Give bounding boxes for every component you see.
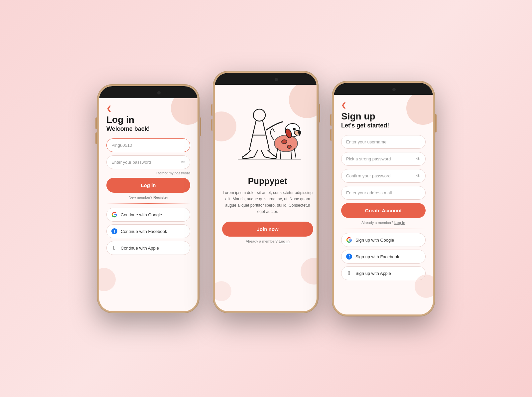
apple-login-button[interactable]:  Continue with Apple — [106, 241, 190, 255]
signup-subtitle: Let's get started! — [341, 122, 426, 129]
create-account-button[interactable]: Create Account — [341, 203, 426, 218]
apple-icon-signup:  — [346, 270, 352, 276]
svg-point-7 — [298, 131, 301, 133]
forgot-password-link[interactable]: I forgot my password — [106, 171, 190, 175]
google-login-label: Continue with Google — [121, 212, 162, 217]
phone-login: ❮ Log in Welcome back! Pingu0510 Enter y… — [97, 84, 200, 313]
already-member-signup: Already a member? Log in — [341, 221, 426, 225]
google-icon-signup — [346, 237, 352, 243]
back-arrow-icon[interactable]: ❮ — [106, 105, 111, 112]
apple-login-label: Continue with Apple — [121, 246, 159, 251]
eye-icon-2[interactable]: 👁︎ — [416, 173, 421, 178]
volume-down-button — [95, 132, 97, 144]
notch-bar-mid — [215, 73, 317, 85]
app-title: Puppypet — [222, 176, 313, 186]
apple-icon:  — [111, 245, 117, 251]
svg-point-6 — [294, 128, 295, 129]
notch-right — [365, 86, 402, 94]
username-signup-placeholder: Enter your username — [346, 139, 386, 144]
camera-icon — [157, 91, 161, 95]
app-description: Lorem ipsum dolor sit amet, consectetur … — [222, 190, 313, 215]
facebook-signup-button[interactable]: f Sign up with Facebook — [341, 250, 426, 264]
login-link-mid[interactable]: Log in — [279, 239, 290, 243]
notch-bar — [99, 86, 198, 98]
login-link-right[interactable]: Log in — [394, 221, 405, 225]
facebook-signup-label: Sign up with Facebook — [355, 254, 399, 259]
svg-point-8 — [282, 140, 287, 144]
username-value: Pingu0510 — [111, 143, 132, 148]
login-subtitle: Welcome back! — [106, 125, 190, 132]
phone-signup: ❮ Sign up Let's get started! Enter your … — [332, 81, 435, 316]
welcome-screen: Puppypet Lorem ipsum dolor sit amet, con… — [215, 85, 317, 311]
volume-up-button — [95, 117, 97, 129]
divider — [106, 203, 190, 204]
facebook-icon: f — [111, 228, 117, 234]
register-prompt: New member? Register — [106, 195, 190, 199]
apple-signup-button[interactable]:  Sign up with Apple — [341, 266, 426, 280]
notch-mid — [247, 76, 284, 84]
already-member-prompt: Already a member? Log in — [222, 239, 313, 243]
volume-up-button-mid — [211, 104, 212, 116]
username-input[interactable]: Pingu0510 — [106, 138, 190, 152]
camera-icon-right — [392, 88, 396, 91]
google-signup-label: Sign up with Google — [355, 238, 394, 243]
volume-down-button-right — [330, 129, 332, 141]
eye-icon[interactable]: 👁︎ — [181, 160, 185, 165]
blob-decoration-2 — [99, 268, 116, 291]
username-signup-input[interactable]: Enter your username — [341, 135, 426, 149]
signup-divider — [341, 229, 426, 229]
blob-mid-4 — [215, 281, 231, 301]
google-icon — [111, 212, 117, 218]
blob-mid-3 — [301, 258, 317, 285]
svg-point-9 — [287, 145, 291, 148]
apple-signup-label: Sign up with Apple — [355, 271, 391, 276]
facebook-login-button[interactable]: f Continue with Facebook — [106, 224, 190, 238]
confirm-password-placeholder: Confirm your password — [346, 173, 391, 178]
notch — [130, 89, 167, 97]
login-screen: ❮ Log in Welcome back! Pingu0510 Enter y… — [99, 98, 198, 311]
phone-welcome: Puppypet Lorem ipsum dolor sit amet, con… — [213, 71, 319, 313]
join-button[interactable]: Join now — [222, 222, 313, 237]
password-signup-placeholder: Pick a strong password — [346, 156, 391, 161]
facebook-login-label: Continue with Facebook — [121, 229, 167, 234]
confirm-password-input[interactable]: Confirm your password 👁︎ — [341, 169, 426, 183]
volume-down-button-mid — [211, 119, 212, 131]
password-signup-input[interactable]: Pick a strong password 👁︎ — [341, 152, 426, 166]
login-button[interactable]: Log in — [106, 178, 190, 193]
power-button — [200, 117, 201, 136]
email-input[interactable]: Enter your address mail — [341, 186, 426, 200]
notch-bar-right — [334, 83, 433, 95]
volume-up-button-right — [330, 114, 332, 126]
power-button-right — [435, 114, 437, 132]
google-login-button[interactable]: Continue with Google — [106, 208, 190, 222]
back-arrow-icon-right[interactable]: ❮ — [341, 101, 346, 109]
register-link[interactable]: Register — [153, 195, 168, 199]
password-input[interactable]: Enter your password 👁︎ — [106, 155, 190, 169]
google-signup-button[interactable]: Sign up with Google — [341, 233, 426, 247]
password-placeholder: Enter your password — [111, 160, 151, 165]
camera-icon-mid — [275, 78, 278, 81]
signup-screen: ❮ Sign up Let's get started! Enter your … — [334, 95, 433, 314]
eye-icon-1[interactable]: 👁︎ — [416, 156, 421, 161]
power-button-mid — [319, 104, 320, 122]
svg-point-0 — [253, 109, 265, 121]
facebook-icon-signup: f — [346, 254, 352, 260]
email-placeholder: Enter your address mail — [346, 190, 392, 195]
